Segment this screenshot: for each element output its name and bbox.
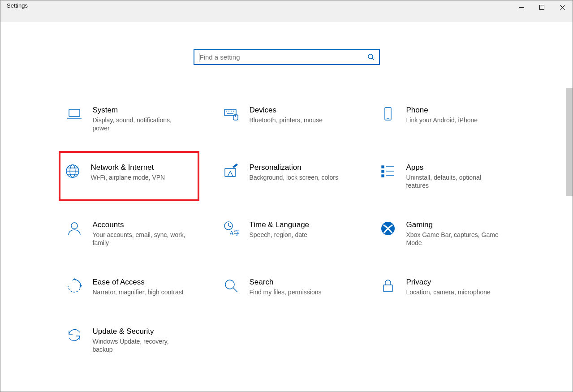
svg-point-30	[71, 223, 78, 229]
tile-time-language[interactable]: A字 Time & Language Speech, region, date	[217, 216, 356, 250]
minimize-button[interactable]	[511, 0, 531, 14]
tile-subtitle: Windows Update, recovery, backup	[93, 337, 187, 353]
sync-icon	[66, 327, 83, 344]
tile-subtitle: Speech, region, date	[250, 231, 310, 239]
tile-network-internet[interactable]: Network & Internet Wi-Fi, airplane mode,…	[59, 151, 199, 201]
tile-phone[interactable]: Phone Link your Android, iPhone	[374, 102, 513, 136]
vertical-scrollbar[interactable]	[566, 88, 573, 196]
keyboard-icon	[223, 105, 240, 122]
minimize-icon	[519, 5, 524, 10]
tile-subtitle: Your accounts, email, sync, work, family	[93, 231, 187, 247]
close-icon	[560, 5, 565, 10]
tile-subtitle: Bluetooth, printers, mouse	[250, 116, 323, 124]
svg-rect-26	[382, 175, 384, 177]
tile-title: Devices	[250, 105, 323, 115]
tile-title: Apps	[406, 163, 500, 172]
tile-title: Search	[250, 277, 322, 287]
svg-line-37	[233, 288, 237, 292]
empty-cell	[217, 323, 356, 357]
tile-subtitle: Find my files, permissions	[250, 288, 322, 296]
tile-subtitle: Link your Android, iPhone	[406, 116, 478, 124]
tile-title: Ease of Access	[93, 277, 184, 287]
tile-title: Personalization	[250, 163, 338, 172]
search-icon	[367, 53, 375, 60]
window-controls	[511, 0, 573, 14]
tile-title: Network & Internet	[91, 163, 165, 172]
tile-title: Phone	[406, 105, 478, 115]
tile-accounts[interactable]: Accounts Your accounts, email, sync, wor…	[60, 216, 199, 250]
svg-text:A字: A字	[229, 230, 239, 237]
tile-subtitle: Xbox Game Bar, captures, Game Mode	[406, 231, 500, 247]
maximize-icon	[539, 5, 544, 10]
xbox-icon	[379, 220, 396, 237]
content-area: System Display, sound, notifications, po…	[0, 22, 573, 357]
tile-apps[interactable]: Apps Uninstall, defaults, optional featu…	[374, 159, 513, 193]
maximize-button[interactable]	[531, 0, 552, 14]
tile-text: Apps Uninstall, defaults, optional featu…	[406, 163, 500, 190]
svg-rect-1	[539, 5, 544, 9]
tile-subtitle: Uninstall, defaults, optional features	[406, 173, 500, 190]
settings-window: Settings	[0, 0, 573, 392]
tile-subtitle: Wi-Fi, airplane mode, VPN	[91, 173, 165, 181]
tile-title: Gaming	[406, 220, 500, 230]
tile-title: Time & Language	[250, 220, 310, 230]
tile-subtitle: Display, sound, notifications, power	[93, 116, 187, 132]
search-input[interactable]	[199, 53, 367, 61]
ease-of-access-icon	[66, 277, 83, 294]
lock-icon	[379, 277, 396, 294]
laptop-icon	[66, 105, 83, 122]
tile-personalization[interactable]: Personalization Background, lock screen,…	[217, 159, 356, 193]
tile-devices[interactable]: Devices Bluetooth, printers, mouse	[217, 102, 356, 136]
tile-system[interactable]: System Display, sound, notifications, po…	[60, 102, 199, 136]
svg-rect-24	[382, 166, 384, 168]
title-bar: Settings	[0, 0, 573, 22]
svg-rect-38	[383, 285, 392, 292]
tile-title: Accounts	[93, 220, 187, 230]
tile-text: Search Find my files, permissions	[250, 277, 322, 296]
svg-rect-25	[382, 170, 384, 172]
svg-line-33	[228, 226, 231, 227]
tile-text: System Display, sound, notifications, po…	[93, 105, 187, 132]
svg-point-36	[225, 280, 234, 289]
phone-icon	[379, 105, 396, 122]
tile-text: Accounts Your accounts, email, sync, wor…	[93, 220, 187, 247]
svg-rect-6	[69, 109, 80, 116]
tile-text: Gaming Xbox Game Bar, captures, Game Mod…	[406, 220, 500, 247]
tile-search[interactable]: Search Find my files, permissions	[217, 274, 356, 300]
time-language-icon: A字	[223, 220, 240, 237]
tile-title: Update & Security	[93, 327, 187, 336]
tile-ease-of-access[interactable]: Ease of Access Narrator, magnifier, high…	[60, 274, 199, 300]
tile-text: Personalization Background, lock screen,…	[250, 163, 338, 181]
tile-subtitle: Location, camera, microphone	[406, 288, 491, 296]
magnifier-icon	[223, 277, 240, 294]
svg-rect-16	[385, 108, 391, 120]
tile-text: Devices Bluetooth, printers, mouse	[250, 105, 323, 124]
svg-line-5	[372, 58, 374, 60]
tile-text: Privacy Location, camera, microphone	[406, 277, 491, 296]
tile-gaming[interactable]: Gaming Xbox Game Bar, captures, Game Mod…	[374, 216, 513, 250]
tile-title: Privacy	[406, 277, 491, 287]
apps-list-icon	[379, 163, 396, 180]
tile-text: Update & Security Windows Update, recove…	[93, 327, 187, 353]
person-icon	[66, 220, 83, 237]
svg-point-4	[368, 54, 373, 59]
tile-privacy[interactable]: Privacy Location, camera, microphone	[374, 274, 513, 300]
tile-text: Network & Internet Wi-Fi, airplane mode,…	[91, 163, 165, 181]
tile-text: Time & Language Speech, region, date	[250, 220, 310, 239]
tile-update-security[interactable]: Update & Security Windows Update, recove…	[60, 323, 199, 357]
search-box[interactable]	[194, 49, 380, 65]
close-button[interactable]	[552, 0, 573, 14]
svg-rect-23	[225, 168, 236, 177]
tile-subtitle: Narrator, magnifier, high contrast	[93, 288, 184, 296]
tile-text: Phone Link your Android, iPhone	[406, 105, 478, 124]
paint-icon	[223, 163, 240, 180]
tile-subtitle: Background, lock screen, colors	[250, 173, 338, 181]
tile-title: System	[93, 105, 187, 115]
empty-cell	[374, 323, 513, 357]
globe-icon	[64, 163, 81, 180]
text-caret	[199, 53, 199, 62]
window-title: Settings	[0, 0, 34, 9]
category-grid: System Display, sound, notifications, po…	[60, 102, 513, 357]
tile-text: Ease of Access Narrator, magnifier, high…	[93, 277, 184, 296]
